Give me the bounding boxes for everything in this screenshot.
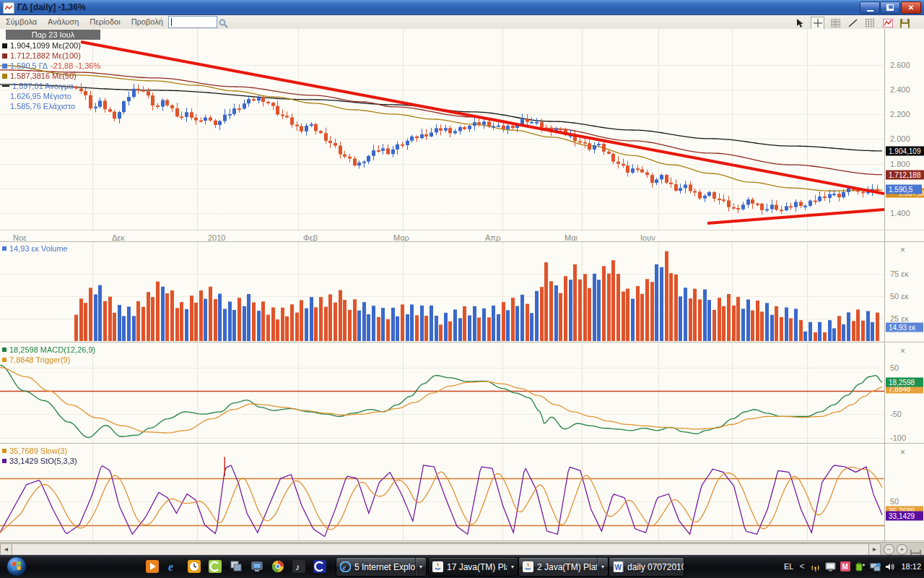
legend-swatch bbox=[2, 64, 7, 69]
close-pane-button[interactable]: × bbox=[900, 348, 905, 355]
legend-row: 1.585,76 Ελάχιστο bbox=[2, 102, 75, 111]
taskbar: e♪ e5 Internet Explorer▼17 Java(TM) Pla.… bbox=[0, 555, 924, 578]
legend-overlay: Παρ 23 Ιουλ 1.904,1099 Με(200)1.712,1882… bbox=[0, 29, 166, 144]
tray-chevron[interactable]: < bbox=[799, 561, 804, 571]
axis-tick: 2.600 bbox=[890, 61, 910, 69]
legend-swatch bbox=[2, 43, 7, 48]
network-icon[interactable] bbox=[870, 562, 881, 571]
crosshair-icon[interactable] bbox=[811, 17, 824, 30]
minimize-button[interactable] bbox=[860, 1, 880, 14]
blue-c-icon[interactable] bbox=[313, 560, 326, 573]
ie-icon: e bbox=[340, 561, 351, 572]
taskbar-button-1[interactable]: e5 Internet Explorer▼ bbox=[336, 557, 427, 577]
scrollbar-thumb[interactable] bbox=[12, 543, 869, 556]
axis-tick: 1.800 bbox=[890, 160, 910, 168]
x-axis-labels: ΝοεΔεκ2010ΦεβΜαρΑπρΜαιΙουν bbox=[0, 231, 884, 242]
legend-row: 1.626,95 Μέγιστο bbox=[2, 92, 71, 100]
close-button[interactable]: ✕ bbox=[901, 1, 921, 14]
cursor-icon[interactable] bbox=[793, 17, 806, 29]
clock-icon[interactable] bbox=[188, 560, 201, 573]
display-tray-icon[interactable] bbox=[825, 562, 836, 571]
taskbar-button-label: 2 Java(TM) Platf... bbox=[533, 562, 597, 572]
axis-tick: 2.000 bbox=[890, 134, 910, 143]
green-app-icon[interactable] bbox=[209, 560, 222, 573]
separator bbox=[0, 241, 924, 242]
svg-text:e: e bbox=[343, 563, 346, 571]
axis-tick: 1.400 bbox=[890, 209, 910, 217]
language-indicator[interactable]: EL bbox=[784, 562, 793, 571]
scroll-left-button[interactable]: ◄ bbox=[0, 543, 12, 556]
svg-text:♪: ♪ bbox=[295, 562, 300, 572]
signal-icon[interactable] bbox=[810, 562, 821, 571]
dots-grid-icon[interactable] bbox=[864, 17, 876, 29]
legend-swatch bbox=[2, 74, 7, 79]
system-tray: EL < M 18:12 bbox=[784, 555, 921, 578]
svg-text:W: W bbox=[615, 564, 622, 571]
zoom-out-button[interactable]: − bbox=[884, 544, 894, 555]
display-app-icon[interactable] bbox=[250, 560, 263, 573]
tray-icons: M bbox=[810, 561, 895, 571]
battery-icon[interactable] bbox=[855, 562, 866, 571]
menu-item-προβολή[interactable]: Προβολή bbox=[131, 17, 163, 26]
word-icon: W bbox=[613, 561, 624, 572]
chrome-icon[interactable] bbox=[271, 560, 284, 573]
price-axis-column: 2.6002.4002.2002.0001.8001.4001.904,1091… bbox=[884, 29, 924, 542]
java-icon bbox=[432, 561, 443, 572]
start-button[interactable] bbox=[6, 556, 27, 578]
application-window: ΓΔ [daily] -1,36% ✕ ΣύμβολαΑνάλυσηΠερίοδ… bbox=[0, 0, 924, 578]
speaker-icon[interactable] bbox=[885, 562, 895, 571]
macd-chart-canvas[interactable] bbox=[0, 343, 884, 442]
flip3d-icon[interactable] bbox=[230, 560, 243, 573]
taskbar-button-dropdown[interactable]: ▼ bbox=[415, 558, 426, 576]
chart-area: ΝοεΔεκ2010ΦεβΜαρΑπρΜαιΙουν 2.6002.4002.2… bbox=[0, 29, 924, 542]
pane-header: 33,1429 StO(5,3,3) bbox=[2, 457, 77, 465]
taskbar-button-dropdown[interactable]: ▼ bbox=[507, 558, 518, 576]
svg-text:M: M bbox=[842, 563, 848, 571]
axis-tick: 25 εκ bbox=[890, 314, 909, 323]
legend-row: 1.904,1099 Με(200) bbox=[2, 41, 81, 50]
menu-item-περίοδοι[interactable]: Περίοδοι bbox=[90, 17, 120, 26]
menu-item-σύμβολα[interactable]: Σύμβολα bbox=[6, 17, 37, 26]
close-pane-button[interactable]: × bbox=[900, 449, 905, 456]
symbol-search-input[interactable] bbox=[168, 16, 217, 28]
pane-separator[interactable] bbox=[0, 443, 924, 444]
axis-tick: 2.400 bbox=[890, 85, 910, 94]
price-tag: 14,93 εκ bbox=[886, 323, 923, 332]
trendline-icon[interactable] bbox=[847, 17, 859, 29]
legend-row: 1.597,01 Άνοιγμα bbox=[2, 82, 74, 90]
m-app-icon[interactable]: M bbox=[840, 561, 850, 571]
save-icon[interactable] bbox=[899, 17, 911, 29]
axis-tick: -100 bbox=[890, 434, 906, 442]
scroll-right-button[interactable]: ► bbox=[868, 543, 881, 556]
media-player-icon[interactable] bbox=[146, 560, 159, 573]
legend-row: 1.587,3816 Με(50) bbox=[2, 72, 77, 80]
legend-swatch bbox=[2, 53, 7, 59]
stochastic-chart-canvas[interactable] bbox=[0, 444, 884, 540]
legend-date: Παρ 23 Ιουλ bbox=[6, 30, 100, 40]
chart-icon[interactable] bbox=[881, 17, 894, 29]
grid-icon[interactable] bbox=[829, 17, 842, 29]
volume-chart-canvas[interactable] bbox=[0, 242, 884, 341]
app-icon bbox=[3, 2, 14, 14]
svg-text:e: e bbox=[168, 561, 173, 573]
ie-quick-icon[interactable]: e bbox=[167, 560, 180, 573]
taskbar-button-4[interactable]: Wdaily 07072010 - ... bbox=[609, 557, 684, 577]
restore-button[interactable] bbox=[880, 1, 900, 14]
title-bar[interactable]: ΓΔ [daily] -1,36% ✕ bbox=[0, 0, 924, 15]
taskbar-button-3[interactable]: 2 Java(TM) Platf...▼ bbox=[518, 557, 609, 577]
price-tag: 1.712,188 bbox=[886, 170, 924, 179]
axis-tick: 50 bbox=[890, 363, 899, 372]
pane-separator[interactable] bbox=[0, 342, 924, 342]
close-pane-button[interactable]: × bbox=[900, 246, 905, 254]
menu-item-ανάλυση[interactable]: Ανάλυση bbox=[48, 17, 79, 26]
pane-header: 35,7689 Slow(3) bbox=[2, 447, 67, 455]
horizontal-scrollbar[interactable]: ◄ ► − + bbox=[0, 542, 924, 556]
music-note-icon[interactable]: ♪ bbox=[292, 560, 305, 573]
taskbar-button-dropdown[interactable]: ▼ bbox=[597, 558, 608, 576]
zoom-in-button[interactable]: + bbox=[897, 544, 907, 555]
clock[interactable]: 18:12 bbox=[901, 562, 921, 571]
axis-tick: 50 bbox=[890, 497, 899, 506]
taskbar-button-2[interactable]: 17 Java(TM) Pla...▼ bbox=[428, 557, 518, 577]
text-caret bbox=[171, 18, 172, 26]
legend-row: 1.590,5 ΓΔ -21,88 -1,36% bbox=[2, 61, 100, 70]
